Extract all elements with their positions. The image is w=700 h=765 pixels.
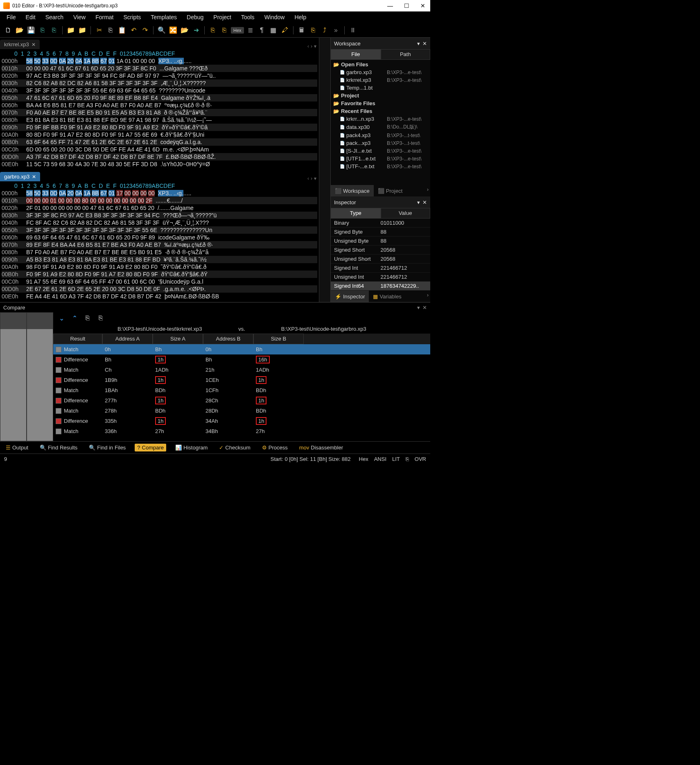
nav-icon[interactable]: ›: [425, 185, 430, 196]
compare-row[interactable]: Match 1BAh BDh 1CFh BDh: [53, 385, 430, 395]
close-icon[interactable]: ✕: [422, 305, 427, 311]
open-icon[interactable]: 📂: [15, 25, 25, 35]
inspector-row[interactable]: Unsigned Byte88: [331, 237, 430, 246]
new-icon[interactable]: 🗋: [3, 25, 13, 35]
inspector-row[interactable]: Unsigned Short20568: [331, 255, 430, 264]
inspector-row[interactable]: Signed Short20568: [331, 246, 430, 255]
pin-icon[interactable]: ▾: [417, 199, 420, 205]
inspector-row[interactable]: Binary01011000: [331, 219, 430, 228]
hex-mode-button[interactable]: Hex: [231, 27, 244, 34]
compare-header[interactable]: Result: [53, 334, 102, 344]
pin-icon[interactable]: ▾: [417, 305, 420, 311]
minimize-button[interactable]: —: [386, 2, 394, 9]
menu-icon[interactable]: ▾: [314, 43, 316, 49]
compare-header[interactable]: Address A: [102, 334, 153, 344]
compare-header[interactable]: Size B: [253, 334, 304, 344]
paste-icon[interactable]: 📋: [117, 25, 127, 35]
bottom-tab-disassembler[interactable]: movDisassembler: [297, 444, 345, 451]
bottom-tab-find-results[interactable]: 🔍Find Results: [37, 444, 80, 451]
tab-project[interactable]: ⬛Project: [374, 185, 406, 196]
menu-scripts[interactable]: Scripts: [118, 12, 146, 22]
highlight-icon[interactable]: 🖍: [280, 25, 290, 35]
align-icon[interactable]: ≣: [246, 25, 255, 35]
close-icon[interactable]: ✕: [422, 41, 427, 47]
folders-icon[interactable]: 📁: [77, 25, 87, 35]
expand-icon[interactable]: ⌃: [70, 313, 79, 323]
close-button[interactable]: ✕: [419, 2, 427, 9]
compare-row[interactable]: Difference 277h 1h 28Ch 1h: [53, 395, 430, 406]
save-icon[interactable]: 💾: [26, 25, 36, 35]
file-item[interactable]: 📄data.xp30B:\Do...DL版)\: [332, 123, 429, 131]
menu-edit[interactable]: Edit: [21, 12, 41, 22]
replace-icon[interactable]: 🔀: [168, 25, 178, 35]
tab-krkrrel[interactable]: krkrrel.xp3 ✕: [0, 40, 40, 49]
file-item[interactable]: 📄[UTF1...e.txtB:\XP3-...e-test\: [332, 155, 429, 162]
menu-tools[interactable]: Tools: [236, 12, 260, 22]
bottom-tab-compare[interactable]: ?Compare: [135, 444, 166, 451]
find-files-icon[interactable]: 📂: [180, 25, 190, 35]
hist-icon[interactable]: ⎘: [219, 25, 229, 35]
compare-icon[interactable]: ⎘: [208, 25, 218, 35]
workspace-tree[interactable]: 📂Open Files📄garbro.xp3B:\XP3-...e-test\📄…: [331, 60, 430, 185]
menu-file[interactable]: File: [2, 12, 21, 22]
compare-row[interactable]: Difference 1B9h 1h 1CEh 1h: [53, 375, 430, 385]
file-item[interactable]: 📄krkrr...n.xp3B:\XP3-...e-test\: [332, 115, 429, 123]
compare-map[interactable]: [0, 312, 53, 441]
save-as-icon[interactable]: ⎘: [49, 25, 59, 35]
menu-project[interactable]: Project: [208, 12, 236, 22]
type-header[interactable]: Type: [331, 208, 381, 219]
next-icon[interactable]: ›: [311, 43, 312, 49]
close-icon[interactable]: ✕: [32, 42, 36, 47]
inspector-table[interactable]: Binary01011000Signed Byte88Unsigned Byte…: [331, 219, 430, 291]
file-item[interactable]: 📄pack4.xp3B:\XP3-...t-test\: [332, 131, 429, 139]
cut-icon[interactable]: ✂: [94, 25, 104, 35]
compare-table[interactable]: ResultAddress ASize AAddress BSize B Mat…: [53, 334, 430, 441]
tab-inspector[interactable]: ⚡Inspector: [331, 291, 369, 302]
file-item[interactable]: 📄krkrrel.xp3B:\XP3-...e-test\: [332, 76, 429, 84]
menu-debug[interactable]: Debug: [182, 12, 208, 22]
prev-icon[interactable]: ‹: [307, 176, 309, 181]
para-icon[interactable]: ¶: [257, 25, 267, 35]
file-item[interactable]: 📄[UTF-...e.txtB:\XP3-...e-test\: [332, 162, 429, 170]
compare-row[interactable]: Difference Bh 1h Bh 16h: [53, 354, 430, 365]
bottom-tab-output[interactable]: ☰Output: [3, 444, 31, 451]
close-icon[interactable]: ✕: [422, 199, 427, 205]
calc-icon[interactable]: 🖩: [297, 25, 307, 35]
bottom-tab-process[interactable]: ⚙Process: [260, 444, 290, 451]
status-item[interactable]: ⎘: [406, 456, 409, 462]
tab-variables[interactable]: ▦Variables: [369, 291, 405, 302]
redo-icon[interactable]: ↷: [140, 25, 150, 35]
cmp2-icon[interactable]: ⎘: [308, 25, 318, 35]
file-item[interactable]: 📄garbro.xp3B:\XP3-...e-test\: [332, 68, 429, 76]
cols-icon[interactable]: ▦: [269, 25, 278, 35]
pause-icon[interactable]: ⏸: [348, 25, 358, 35]
goto-icon[interactable]: ➜: [191, 25, 201, 35]
save-all-icon[interactable]: ⎘: [38, 25, 47, 35]
path-header[interactable]: Path: [381, 49, 431, 60]
inspector-row[interactable]: Signed Int221466712: [331, 264, 430, 273]
bottom-tab-checksum[interactable]: ✓Checksum: [217, 444, 253, 451]
bottom-tab-find-in-files[interactable]: 🔍Find in Files: [86, 444, 128, 451]
copy-icon[interactable]: ⎘: [106, 25, 115, 35]
import-icon[interactable]: ⤴: [320, 25, 330, 35]
menu-view[interactable]: View: [68, 12, 90, 22]
file-header[interactable]: File: [331, 49, 381, 60]
status-item[interactable]: LIT: [392, 456, 400, 462]
value-header[interactable]: Value: [381, 208, 431, 219]
menu-templates[interactable]: Templates: [146, 12, 182, 22]
find-icon[interactable]: 🔍: [157, 25, 167, 35]
nav-icon[interactable]: ›: [425, 291, 430, 302]
copy-l-icon[interactable]: ⎘: [83, 313, 93, 323]
compare-row[interactable]: Difference 335h 1h 34Ah 1h: [53, 416, 430, 426]
inspector-row[interactable]: Signed Int64187634742229..: [331, 282, 430, 291]
compare-row[interactable]: Match 278h BDh 28Dh BDh: [53, 406, 430, 416]
next-icon[interactable]: ›: [311, 176, 312, 181]
menu-search[interactable]: Search: [41, 12, 68, 22]
minimap[interactable]: [319, 38, 330, 302]
bottom-tab-histogram[interactable]: 📊Histogram: [173, 444, 210, 451]
file-item[interactable]: 📄pack...xp3B:\XP3-...t-test\: [332, 139, 429, 147]
file-item[interactable]: 📄Temp...1.bt: [332, 84, 429, 92]
folder-icon[interactable]: 📁: [66, 25, 76, 35]
compare-row[interactable]: Match 336h 27h 34Bh 27h: [53, 426, 430, 436]
inspector-row[interactable]: Unsigned Int221466712: [331, 273, 430, 282]
